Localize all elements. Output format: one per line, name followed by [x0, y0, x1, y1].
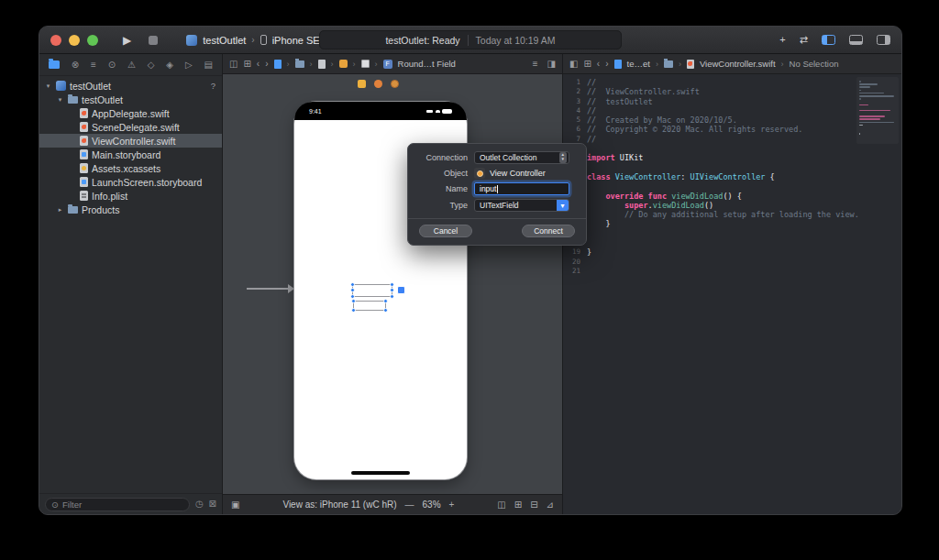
line-number: 6 — [563, 125, 587, 134]
test-navigator-tab[interactable]: ◇ — [148, 60, 155, 70]
grid-icon[interactable]: ⊞ — [243, 60, 250, 69]
forward-button[interactable]: › — [265, 60, 268, 69]
storyboard-canvas[interactable]: 9:41 — [223, 74, 562, 494]
file-tree-row[interactable]: ▾testOutlet? — [39, 79, 222, 93]
related-items-icon[interactable]: ◫ — [229, 60, 238, 69]
minimap-line — [859, 110, 890, 112]
file-tree-row[interactable]: ▸Products — [39, 203, 222, 216]
symbol-navigator-tab[interactable]: ≡ — [91, 60, 96, 70]
close-button[interactable] — [50, 35, 61, 46]
folder-icon — [664, 60, 673, 68]
type-combo[interactable]: UITextField ▼ — [474, 199, 569, 212]
breadcrumb-selection[interactable]: No Selection — [790, 59, 839, 69]
stop-button[interactable] — [149, 36, 158, 45]
code-editor-pane: ◧ ⊞ ‹ › te…et › › ViewController.swift ›… — [562, 54, 901, 514]
adjust-editor-icon[interactable]: ◨ — [547, 60, 556, 69]
chevron-down-icon[interactable]: ▼ — [557, 200, 569, 211]
project-icon — [56, 81, 66, 91]
cancel-button[interactable]: Cancel — [419, 225, 472, 237]
file-name: ViewController.swift — [92, 136, 175, 147]
file-tree[interactable]: ▾testOutlet?▾testOutletAppDelegate.swift… — [39, 76, 222, 493]
file-tree-row[interactable]: ViewController.swift — [39, 134, 222, 148]
library-plus-button[interactable]: + — [779, 35, 785, 45]
first-responder-icon[interactable] — [374, 80, 382, 88]
project-navigator-tab[interactable] — [49, 60, 60, 69]
minimap[interactable] — [856, 77, 899, 144]
grid-icon[interactable]: ⊞ — [583, 60, 591, 69]
file-tree-row[interactable]: LaunchScreen.storyboard — [39, 175, 222, 189]
report-navigator-tab[interactable]: ▤ — [204, 60, 212, 70]
minimize-button[interactable] — [69, 35, 80, 46]
file-tree-row[interactable]: SceneDelegate.swift — [39, 120, 222, 134]
connection-popup[interactable]: Outlet Collection ▲▼ — [474, 151, 569, 164]
recent-files-icon[interactable]: ◷ — [195, 500, 204, 509]
exit-icon[interactable] — [391, 80, 399, 88]
issue-navigator-tab[interactable]: ⚠ — [127, 60, 136, 70]
add-constraints-icon[interactable]: ⊟ — [530, 500, 537, 510]
dialog-divider — [408, 218, 586, 219]
back-button[interactable]: ‹ — [257, 60, 260, 69]
code-line: 17 — [563, 229, 901, 238]
breadcrumb-project[interactable]: te…et — [627, 59, 650, 69]
align-icon[interactable]: ⊞ — [514, 500, 522, 510]
main-area: ⊗ ≡ ⊙ ⚠ ◇ ◈ ▷ ▤ ▾testOutlet?▾testOutletA… — [39, 54, 901, 514]
view-crumb-icon[interactable] — [361, 60, 370, 68]
forward-button[interactable]: › — [605, 60, 608, 69]
name-input[interactable]: input — [474, 182, 569, 195]
view-as-control[interactable]: View as: iPhone 11 (wC hR) — [282, 500, 396, 510]
file-tree-row[interactable]: ▾testOutlet — [39, 93, 222, 106]
file-tree-row[interactable]: AppDelegate.swift — [39, 106, 222, 120]
project-doc-icon — [614, 60, 622, 69]
file-tree-row[interactable]: Info.plist — [39, 189, 222, 203]
object-value: View Controller — [474, 168, 546, 179]
breadcrumb-element[interactable]: Round…t Field — [398, 59, 456, 69]
breakpoint-navigator-tab[interactable]: ▷ — [185, 60, 193, 70]
view-controller-icon[interactable] — [358, 80, 366, 88]
editor-options-icon[interactable] — [822, 35, 835, 45]
swift-icon — [80, 136, 88, 146]
field-label: Name — [417, 184, 474, 193]
debug-navigator-tab[interactable]: ◈ — [166, 60, 173, 70]
breadcrumb-file[interactable]: ViewController.swift — [700, 59, 776, 69]
line-number: 4 — [563, 106, 587, 115]
source-editor[interactable]: 1//2// ViewController.swift3// testOutle… — [563, 74, 901, 514]
connect-button[interactable]: Connect — [522, 225, 575, 237]
storyboard-doc-icon[interactable] — [318, 60, 326, 69]
resolve-autolayout-icon[interactable]: ⊿ — [547, 500, 554, 510]
file-tree-row[interactable]: Assets.xcassets — [39, 161, 222, 175]
debug-area-toggle-icon[interactable] — [849, 35, 863, 45]
folder-icon[interactable] — [295, 60, 304, 68]
code-line: 18 — [563, 238, 901, 247]
zoom-out-button[interactable]: — — [405, 500, 414, 510]
filter-field[interactable]: ⊙ Filter — [45, 498, 190, 511]
find-navigator-tab[interactable]: ⊙ — [108, 60, 116, 70]
disclosure-triangle[interactable]: ▾ — [56, 96, 64, 104]
related-items-icon[interactable]: ◧ — [569, 60, 578, 69]
back-button[interactable]: ‹ — [597, 60, 600, 69]
file-name: Info.plist — [92, 191, 127, 202]
scheme-name: testOutlet — [203, 35, 246, 46]
file-tree-row[interactable]: Main.storyboard — [39, 148, 222, 161]
field-label: Object — [417, 169, 474, 178]
project-doc-icon[interactable] — [274, 60, 282, 69]
zoom-level[interactable]: 63% — [423, 500, 441, 510]
disclosure-triangle[interactable]: ▾ — [44, 82, 52, 90]
code-line: 13 override func viewDidLoad() { — [563, 192, 901, 201]
list-icon[interactable]: ≡ — [533, 60, 538, 69]
zoom-button[interactable] — [87, 35, 98, 46]
scm-status-filter-icon[interactable]: ⊠ — [209, 500, 216, 509]
text-field-element-2[interactable] — [353, 301, 386, 311]
embed-stack-icon[interactable]: ◫ — [497, 500, 505, 510]
view-controller-crumb-icon[interactable] — [339, 60, 348, 68]
device-bezels-icon[interactable]: ▣ — [231, 500, 239, 510]
source-control-tab[interactable]: ⊗ — [72, 60, 79, 70]
text-field-element[interactable] — [352, 284, 392, 297]
code-review-icon[interactable]: ⇄ — [800, 35, 808, 45]
code-text: // — [587, 106, 596, 115]
code-text: import UIKit — [587, 153, 643, 162]
selection-handle-block[interactable] — [397, 286, 405, 294]
inspector-toggle-icon[interactable] — [877, 35, 890, 45]
zoom-in-button[interactable]: + — [449, 500, 455, 510]
run-button[interactable]: ▶ — [123, 35, 131, 46]
disclosure-triangle[interactable]: ▸ — [56, 206, 64, 214]
